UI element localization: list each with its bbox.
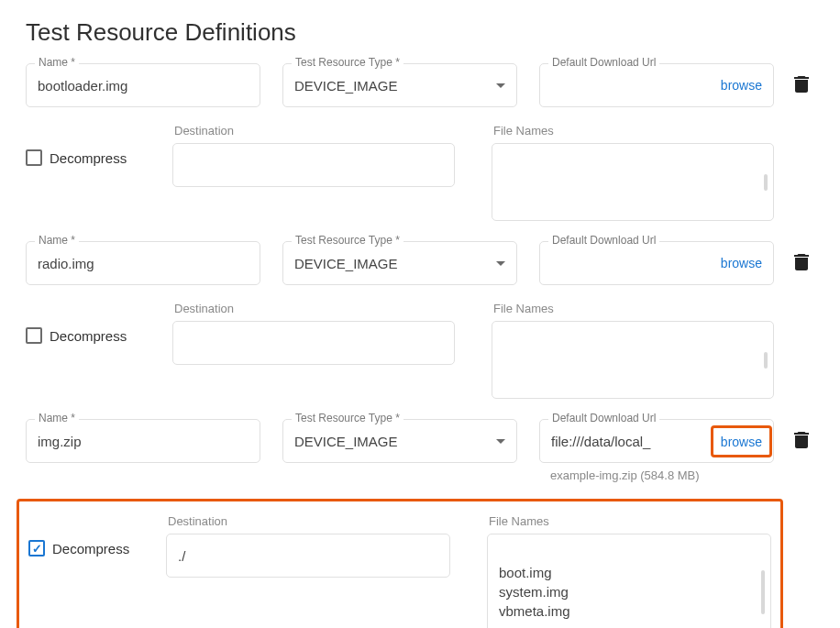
trash-icon[interactable] [794, 432, 809, 448]
resource-type-select[interactable]: DEVICE_IMAGE [282, 63, 517, 107]
name-input[interactable] [38, 256, 249, 271]
filenames-label: File Names [492, 302, 774, 315]
download-helper-text: example-img.zip (584.8 MB) [539, 468, 774, 482]
destination-label: Destination [172, 124, 455, 138]
decompress-label: Decompress [52, 541, 129, 556]
filenames-field: File Names [492, 124, 774, 221]
name-label: Name * [35, 234, 79, 247]
browse-link[interactable]: browse [721, 78, 762, 93]
browse-link[interactable]: browse [721, 435, 762, 449]
chevron-down-icon [496, 83, 505, 88]
resource-type-field-group: Test Resource Type * DEVICE_IMAGE [282, 63, 517, 107]
destination-field: Destination [172, 124, 455, 221]
destination-input[interactable] [172, 143, 455, 187]
download-url-input-wrap[interactable]: browse [539, 241, 774, 285]
filenames-textarea[interactable]: boot.img system.img vbmeta.img [487, 534, 771, 628]
destination-value: ./ [178, 548, 185, 564]
filenames-field: File Names boot.img system.img vbmeta.im… [487, 514, 771, 628]
filenames-label: File Names [492, 124, 774, 138]
resize-handle-icon[interactable] [764, 174, 768, 191]
name-label: Name * [35, 412, 79, 424]
filenames-textarea[interactable] [492, 143, 774, 221]
resource-sub-row: ✓ Decompress Destination ./ File Names b… [28, 514, 771, 628]
download-url-input-wrap[interactable]: browse [539, 63, 774, 107]
resource-type-label: Test Resource Type * [292, 234, 403, 247]
resource-row: Name * Test Resource Type * DEVICE_IMAGE… [26, 241, 814, 285]
destination-field: Destination ./ [166, 514, 450, 628]
resource-sub-row: ✓ Decompress Destination File Names [26, 124, 814, 221]
name-input[interactable] [38, 78, 249, 94]
resource-type-select[interactable]: DEVICE_IMAGE [282, 419, 517, 463]
browse-highlight: browse [711, 425, 772, 457]
resource-type-label: Test Resource Type * [292, 412, 403, 424]
filenames-textarea[interactable] [492, 321, 774, 399]
destination-label: Destination [172, 302, 455, 315]
destination-field: Destination [172, 302, 455, 399]
filenames-label: File Names [487, 514, 771, 528]
destination-input[interactable] [172, 321, 455, 365]
name-field-group: Name * [26, 241, 260, 285]
resource-type-value: DEVICE_IMAGE [294, 78, 496, 94]
resource-type-field-group: Test Resource Type * DEVICE_IMAGE [282, 419, 517, 482]
destination-label: Destination [166, 514, 450, 528]
decompress-label: Decompress [50, 150, 127, 166]
filenames-field: File Names [492, 302, 774, 399]
sub-fields: Destination ./ File Names boot.img syste… [166, 514, 771, 628]
delete-column [789, 419, 814, 448]
decompress-label: Decompress [50, 328, 127, 344]
decompress-block: ✓ Decompress [26, 302, 161, 344]
sub-fields: Destination File Names [172, 302, 774, 399]
chevron-down-icon [496, 261, 505, 266]
resource-type-field-group: Test Resource Type * DEVICE_IMAGE [282, 241, 517, 285]
resize-handle-icon[interactable] [761, 570, 765, 614]
resource-sub-row: ✓ Decompress Destination File Names [26, 302, 814, 399]
browse-link[interactable]: browse [721, 256, 762, 270]
delete-column [789, 241, 814, 270]
decompress-block: ✓ Decompress [28, 514, 155, 556]
chevron-down-icon [496, 439, 505, 444]
resource-type-select[interactable]: DEVICE_IMAGE [282, 241, 517, 285]
destination-input[interactable]: ./ [166, 534, 450, 578]
resource-fields: Name * Test Resource Type * DEVICE_IMAGE… [26, 241, 774, 285]
resource-type-value: DEVICE_IMAGE [294, 434, 496, 449]
decompress-checkbox[interactable]: ✓ [26, 327, 42, 344]
delete-column [789, 63, 814, 93]
trash-icon[interactable] [794, 254, 809, 270]
download-url-field-group: Default Download Url browse [539, 241, 774, 285]
decompress-checkbox[interactable]: ✓ [28, 540, 45, 556]
download-url-field-group: Default Download Url file:///data/local_… [539, 419, 774, 482]
name-input[interactable] [38, 434, 249, 449]
download-url-input-wrap[interactable]: file:///data/local_ browse [539, 419, 774, 463]
resource-type-label: Test Resource Type * [292, 56, 403, 69]
download-url-label: Default Download Url [548, 234, 659, 247]
resource-row: Name * Test Resource Type * DEVICE_IMAGE… [26, 63, 814, 107]
download-url-field-group: Default Download Url browse [539, 63, 774, 107]
resize-handle-icon[interactable] [764, 352, 768, 369]
sub-fields: Destination File Names [172, 124, 774, 221]
decompress-block: ✓ Decompress [26, 124, 161, 166]
filenames-value: boot.img system.img vbmeta.img [499, 565, 570, 619]
name-label: Name * [35, 56, 79, 69]
resource-type-value: DEVICE_IMAGE [294, 256, 496, 271]
download-url-label: Default Download Url [548, 56, 659, 69]
resource-fields: Name * Test Resource Type * DEVICE_IMAGE… [26, 63, 774, 107]
name-field-group: Name * [26, 63, 260, 107]
download-url-label: Default Download Url [548, 412, 659, 424]
page-title: Test Resource Definitions [26, 18, 814, 47]
decompress-checkbox[interactable]: ✓ [26, 149, 42, 166]
resource-row: Name * Test Resource Type * DEVICE_IMAGE… [26, 419, 814, 482]
name-field-group: Name * [26, 419, 260, 482]
trash-icon[interactable] [794, 76, 809, 93]
subrow-highlight: ✓ Decompress Destination ./ File Names b… [17, 499, 783, 628]
resource-fields: Name * Test Resource Type * DEVICE_IMAGE… [26, 419, 774, 482]
download-url-value: file:///data/local_ [551, 434, 721, 449]
